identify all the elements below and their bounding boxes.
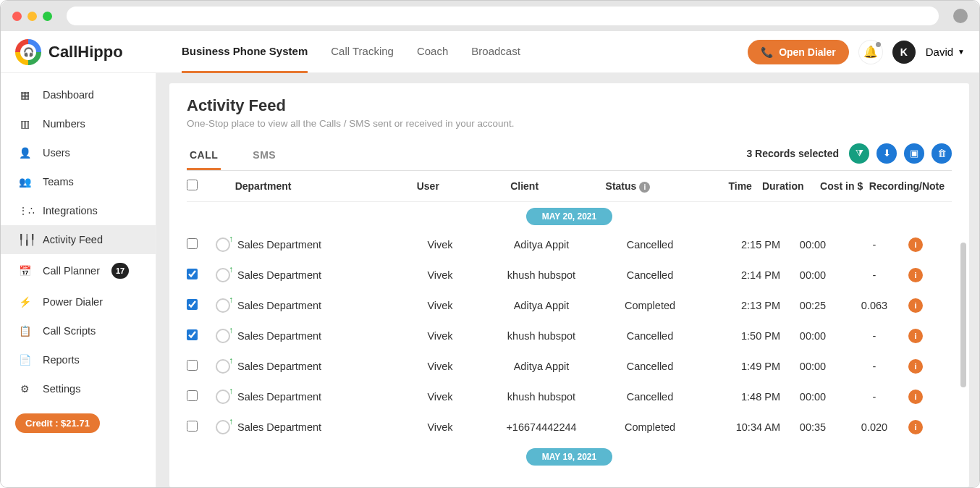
main-nav: Business Phone SystemCall TrackingCoachB… (167, 31, 748, 73)
export-icon: ▣ (910, 148, 918, 159)
cell-duration: 00:35 (780, 421, 845, 433)
credit-button[interactable]: Credit : $21.71 (15, 413, 100, 433)
vertical-scrollbar[interactable] (960, 243, 966, 387)
sidebar-item-teams[interactable]: 👥Teams (1, 167, 156, 196)
table-row[interactable]: ↑Sales DepartmentVivekAditya AppitCancel… (187, 351, 952, 382)
date-pill: MAY 19, 2021 (526, 448, 612, 466)
sidebar-item-reports[interactable]: 📄Reports (1, 345, 156, 374)
row-checkbox[interactable] (187, 421, 198, 432)
sidebar-item-dashboard[interactable]: ▦Dashboard (1, 80, 156, 109)
sidebar-item-users[interactable]: 👤Users (1, 138, 156, 167)
planner-icon: 📅 (18, 265, 31, 277)
open-dialer-button[interactable]: 📞 Open Dialer (748, 40, 849, 64)
brand-area[interactable]: CallHippo (15, 39, 167, 65)
selection-count-label: 3 Records selected (746, 148, 839, 159)
cell-cost: - (845, 361, 903, 372)
filter-icon: ⧩ (856, 148, 863, 159)
outgoing-call-icon: ↑ (216, 420, 230, 434)
row-info-button[interactable]: i (908, 390, 923, 404)
nav-broadcast[interactable]: Broadcast (471, 31, 520, 73)
avatar[interactable]: K (892, 41, 916, 64)
row-checkbox[interactable] (187, 269, 198, 279)
user-menu[interactable]: David ▼ (926, 46, 965, 58)
badge: 17 (111, 263, 129, 279)
filter-button[interactable]: ⧩ (849, 143, 869, 164)
sidebar-item-label: Reports (43, 354, 80, 366)
tab-call[interactable]: CALL (187, 142, 221, 170)
row-info-button[interactable]: i (908, 268, 923, 282)
cell-department: Sales Department (237, 391, 397, 403)
export-button[interactable]: ▣ (904, 143, 924, 164)
sidebar-item-label: Call Planner (43, 265, 100, 277)
browser-chrome (1, 1, 979, 31)
th-status: Statusi (580, 180, 676, 193)
select-all-checkbox[interactable] (187, 180, 198, 190)
row-info-button[interactable]: i (908, 359, 923, 374)
cell-duration: 00:00 (780, 269, 845, 281)
table-row[interactable]: ↑Sales DepartmentVivekkhush hubspotCance… (187, 260, 952, 290)
table-row[interactable]: ↑Sales DepartmentVivekkhush hubspotCance… (187, 382, 952, 412)
cell-cost: - (845, 269, 903, 281)
table-row[interactable]: ↑Sales DepartmentVivekAditya AppitCancel… (187, 230, 952, 260)
url-bar[interactable] (67, 7, 939, 25)
cell-department: Sales Department (237, 239, 397, 251)
table-row[interactable]: ↑Sales DepartmentVivekkhush hubspotCance… (187, 321, 952, 351)
outgoing-call-icon: ↑ (216, 268, 230, 282)
cell-department: Sales Department (237, 300, 397, 311)
table-row[interactable]: ↑Sales DepartmentVivekAditya AppitComple… (187, 290, 952, 321)
cell-client: +16674442244 (483, 421, 599, 433)
row-checkbox[interactable] (187, 360, 198, 371)
sidebar-item-integrations[interactable]: ⋮∴Integrations (1, 196, 156, 225)
row-checkbox[interactable] (187, 390, 198, 401)
th-recording: Recording/Note (869, 180, 952, 192)
sidebar-item-label: Users (43, 147, 70, 159)
nav-call-tracking[interactable]: Call Tracking (331, 31, 394, 73)
table-row[interactable]: ↑Sales DepartmentVivek+16674442244Comple… (187, 412, 952, 442)
sidebar-item-activity-feed[interactable]: ╿╽╿Activity Feed (1, 225, 156, 254)
row-checkbox[interactable] (187, 329, 198, 340)
th-duration: Duration (752, 180, 814, 192)
cell-department: Sales Department (237, 421, 397, 433)
cell-status: Cancelled (599, 391, 701, 403)
sidebar-item-power-dialer[interactable]: ⚡Power Dialer (1, 287, 156, 316)
date-group-header: MAY 20, 2021 (187, 202, 952, 230)
cell-cost: - (845, 391, 903, 403)
nav-business-phone-system[interactable]: Business Phone System (182, 31, 308, 73)
sidebar-item-call-scripts[interactable]: 📋Call Scripts (1, 316, 156, 345)
settings-icon: ⚙ (18, 383, 31, 395)
cell-user: Vivek (397, 361, 483, 372)
row-info-button[interactable]: i (908, 420, 923, 434)
outgoing-call-icon: ↑ (216, 237, 230, 252)
maximize-window-icon[interactable] (43, 12, 52, 21)
nav-coach[interactable]: Coach (417, 31, 448, 73)
info-icon[interactable]: i (639, 182, 650, 193)
row-info-button[interactable]: i (908, 237, 923, 252)
row-checkbox[interactable] (187, 238, 198, 249)
profile-chip[interactable] (953, 9, 968, 23)
cell-duration: 00:00 (780, 239, 845, 251)
app-header: CallHippo Business Phone SystemCall Trac… (1, 31, 979, 73)
sidebar-item-numbers[interactable]: ▥Numbers (1, 109, 156, 138)
table-header: Department User Client Statusi Time Dura… (187, 171, 952, 202)
sidebar-item-label: Integrations (43, 205, 98, 216)
cell-duration: 00:25 (780, 300, 845, 311)
outgoing-call-icon: ↑ (216, 329, 230, 343)
minimize-window-icon[interactable] (28, 12, 37, 21)
cell-time: 1:50 PM (701, 330, 780, 342)
power-icon: ⚡ (18, 296, 31, 308)
row-info-button[interactable]: i (908, 329, 923, 343)
sidebar-item-label: Teams (43, 176, 74, 188)
download-button[interactable]: ⬇ (876, 143, 897, 164)
sidebar-item-settings[interactable]: ⚙Settings (1, 374, 156, 403)
page-subtitle: One-Stop place to view all the Calls / S… (187, 118, 952, 129)
close-window-icon[interactable] (12, 12, 22, 21)
delete-button[interactable]: 🗑 (932, 143, 952, 164)
cell-client: Aditya Appit (483, 300, 599, 311)
scripts-icon: 📋 (18, 325, 31, 337)
tab-sms[interactable]: SMS (250, 142, 279, 170)
row-info-button[interactable]: i (908, 298, 923, 313)
row-checkbox[interactable] (187, 299, 198, 310)
sidebar-item-call-planner[interactable]: 📅Call Planner17 (1, 254, 156, 287)
cell-user: Vivek (397, 300, 483, 311)
notifications-button[interactable]: 🔔 (859, 41, 882, 64)
